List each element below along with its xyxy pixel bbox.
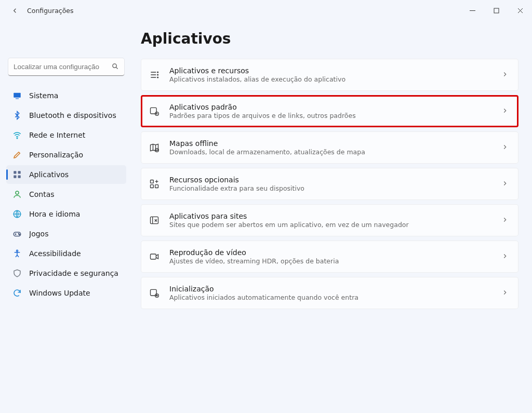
accessibility-icon: [12, 249, 22, 258]
bluetooth-icon: [12, 111, 22, 120]
card-title: Mapas offline: [169, 139, 492, 148]
sidebar-item-time[interactable]: Hora e idioma: [6, 205, 126, 223]
card-title: Reprodução de vídeo: [169, 248, 492, 257]
privacy-icon: [12, 269, 22, 278]
setting-card-optional-features[interactable]: Recursos opcionaisFuncionalidade extra p…: [141, 168, 518, 200]
chevron-right-icon: [501, 143, 509, 152]
svg-point-18: [157, 77, 158, 78]
default-apps-icon: [149, 105, 160, 117]
card-subtitle: Sites que podem ser abertos em um aplica…: [169, 221, 492, 229]
sidebar-item-label: Sistema: [29, 91, 58, 100]
svg-rect-9: [18, 176, 21, 178]
svg-rect-3: [14, 93, 21, 98]
sidebar-item-accounts[interactable]: Contas: [6, 185, 126, 204]
setting-card-apps-for-sites[interactable]: Aplicativos para sitesSites que podem se…: [141, 204, 518, 236]
sidebar-item-label: Rede e Internet: [29, 131, 85, 139]
svg-rect-23: [151, 185, 154, 188]
card-text: Aplicativos e recursosAplicativos instal…: [169, 66, 492, 83]
games-icon: [12, 229, 22, 238]
video-playback-icon: [149, 251, 160, 262]
svg-rect-26: [151, 254, 156, 259]
search-input[interactable]: [8, 58, 124, 76]
sidebar-item-label: Personalização: [29, 151, 83, 159]
minimize-button[interactable]: [460, 2, 484, 19]
card-text: InicializaçãoAplicativos iniciados autom…: [169, 285, 492, 301]
svg-point-17: [157, 74, 158, 75]
sidebar-item-personalize[interactable]: Personalização: [6, 145, 126, 164]
profile-area: [6, 26, 126, 56]
svg-rect-0: [470, 10, 475, 11]
offline-maps-icon: [149, 142, 160, 153]
sidebar-item-label: Jogos: [29, 230, 48, 238]
card-subtitle: Aplicativos iniciados automaticamente qu…: [169, 294, 492, 301]
card-subtitle: Downloads, local de armazenamento, atual…: [169, 148, 492, 156]
svg-rect-7: [18, 171, 21, 174]
setting-card-apps-features[interactable]: Aplicativos e recursosAplicativos instal…: [141, 59, 518, 91]
svg-rect-6: [14, 171, 16, 174]
chevron-right-icon: [501, 252, 509, 261]
svg-point-14: [19, 234, 20, 235]
svg-point-10: [16, 191, 19, 194]
card-text: Mapas offlineDownloads, local de armazen…: [169, 139, 492, 156]
close-button[interactable]: [508, 2, 532, 19]
card-list: Aplicativos e recursosAplicativos instal…: [141, 59, 518, 309]
nav: SistemaBluetooth e dispositivosRede e In…: [6, 86, 126, 302]
card-title: Aplicativos padrão: [169, 103, 492, 111]
sidebar-item-update[interactable]: Windows Update: [6, 284, 126, 302]
svg-point-2: [113, 64, 117, 68]
sidebar-item-games[interactable]: Jogos: [6, 224, 126, 243]
apps-icon: [12, 170, 22, 179]
page-title: Aplicativos: [141, 30, 518, 47]
card-subtitle: Funcionalidade extra para seu dispositiv…: [169, 184, 492, 192]
svg-point-15: [17, 250, 18, 251]
update-icon: [12, 288, 22, 298]
card-title: Aplicativos para sites: [169, 212, 492, 220]
svg-rect-1: [494, 8, 499, 13]
maximize-icon: [494, 8, 499, 14]
minimize-icon: [470, 8, 475, 14]
card-subtitle: Padrões para tipos de arquivos e de link…: [169, 112, 492, 119]
chevron-right-icon: [501, 216, 509, 225]
svg-rect-24: [155, 185, 158, 188]
setting-card-video-playback[interactable]: Reprodução de vídeoAjustes de vídeo, str…: [141, 241, 518, 273]
card-subtitle: Aplicativos instalados, alias de execuçã…: [169, 75, 492, 83]
svg-point-5: [17, 138, 18, 139]
close-icon: [517, 8, 523, 14]
back-button[interactable]: [5, 1, 24, 20]
sidebar-item-apps[interactable]: Aplicativos: [6, 165, 126, 184]
optional-features-icon: [149, 178, 160, 190]
sidebar-item-label: Hora e idioma: [29, 210, 80, 218]
card-subtitle: Ajustes de vídeo, streaming HDR, opções …: [169, 257, 492, 265]
sidebar-item-system[interactable]: Sistema: [6, 86, 126, 105]
svg-rect-25: [151, 217, 158, 223]
sidebar: SistemaBluetooth e dispositivosRede e In…: [0, 21, 132, 413]
sidebar-item-network[interactable]: Rede e Internet: [6, 126, 126, 144]
apps-for-sites-icon: [149, 215, 160, 226]
setting-card-startup[interactable]: InicializaçãoAplicativos iniciados autom…: [141, 277, 518, 309]
card-text: Aplicativos para sitesSites que podem se…: [169, 212, 492, 229]
maximize-button[interactable]: [484, 2, 508, 19]
sidebar-item-accessibility[interactable]: Acessibilidade: [6, 244, 126, 263]
card-text: Aplicativos padrãoPadrões para tipos de …: [169, 103, 492, 119]
setting-card-offline-maps[interactable]: Mapas offlineDownloads, local de armazen…: [141, 131, 518, 164]
apps-features-icon: [149, 69, 160, 81]
search-container: [8, 58, 124, 76]
network-icon: [12, 130, 22, 140]
card-text: Reprodução de vídeoAjustes de vídeo, str…: [169, 248, 492, 265]
setting-card-default-apps[interactable]: Aplicativos padrãoPadrões para tipos de …: [141, 95, 518, 127]
sidebar-item-privacy[interactable]: Privacidade e segurança: [6, 264, 126, 283]
arrow-left-icon: [11, 7, 19, 15]
main-panel: Aplicativos Aplicativos e recursosAplica…: [132, 21, 532, 413]
sidebar-item-label: Acessibilidade: [29, 249, 81, 258]
svg-rect-22: [151, 180, 154, 183]
svg-point-16: [157, 72, 158, 73]
system-icon: [12, 91, 22, 100]
sidebar-item-bluetooth[interactable]: Bluetooth e dispositivos: [6, 106, 126, 125]
search-icon: [111, 62, 119, 72]
time-icon: [12, 209, 22, 219]
sidebar-item-label: Contas: [29, 190, 55, 198]
sidebar-item-label: Aplicativos: [29, 170, 69, 179]
chevron-right-icon: [501, 71, 509, 79]
chevron-right-icon: [501, 180, 509, 189]
svg-rect-4: [16, 98, 19, 99]
